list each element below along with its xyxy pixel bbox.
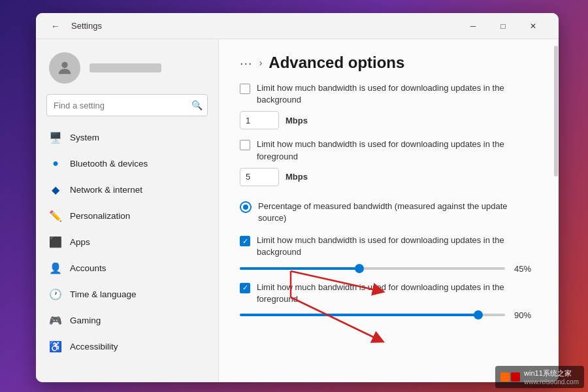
sidebar: 🔍 🖥️ System ● Bluetooth & devices ◆ Netw… [36, 39, 219, 382]
window-controls: ─ □ ✕ [458, 16, 548, 37]
divider-1 [240, 195, 538, 201]
mbps-label-foreground: Mbps [286, 172, 308, 182]
content-area: Limit how much bandwidth is used for dow… [219, 82, 559, 341]
slider-foreground-pct: 90% [514, 310, 538, 320]
radio-percentage-text: Percentage of measured bandwidth (measur… [258, 201, 538, 224]
search-box: 🔍 [46, 94, 208, 116]
scrollbar-thumb[interactable] [554, 46, 558, 176]
slider-background-thumb[interactable] [355, 264, 364, 273]
slider-foreground-section: ✓ Limit how much bandwidth is used for d… [240, 282, 538, 320]
sidebar-item-bluetooth-label: Bluetooth & devices [70, 159, 148, 169]
slider-foreground-track[interactable] [240, 314, 505, 316]
title-bar-left: ← Settings [46, 17, 458, 35]
close-button[interactable]: ✕ [518, 16, 548, 37]
sidebar-item-time-label: Time & language [70, 289, 137, 299]
mbps-row-foreground: Mbps [240, 168, 538, 186]
breadcrumb-arrow: › [259, 57, 263, 68]
search-input[interactable] [46, 94, 208, 116]
watermark-logo-sq1 [500, 372, 510, 382]
gaming-icon: 🎮 [49, 314, 62, 327]
checkbox-slider-background[interactable]: ✓ [240, 236, 250, 246]
settings-window: ← Settings ─ □ ✕ 🔍 [36, 13, 559, 382]
slider-foreground-fill [240, 314, 478, 316]
slider-foreground-thumb[interactable] [474, 310, 483, 319]
back-button[interactable]: ← [46, 17, 65, 35]
checkbox-slider-foreground[interactable]: ✓ [240, 283, 250, 293]
time-icon: 🕐 [49, 287, 62, 301]
checkbox-foreground[interactable] [240, 140, 250, 150]
bluetooth-icon: ● [49, 157, 62, 170]
search-icon[interactable]: 🔍 [191, 100, 203, 110]
accessibility-icon: ♿ [49, 340, 62, 353]
sidebar-item-system[interactable]: 🖥️ System [36, 124, 218, 150]
sidebar-item-accessibility-label: Accessibility [70, 342, 118, 351]
slider-foreground-row: 90% [240, 310, 538, 320]
slider-background-track[interactable] [240, 267, 505, 270]
mbps-input-foreground[interactable] [240, 168, 279, 186]
avatar [49, 52, 80, 84]
network-icon: ◆ [49, 183, 62, 196]
sidebar-item-accounts[interactable]: 👤 Accounts [36, 255, 218, 281]
user-profile [36, 39, 218, 94]
sidebar-item-system-label: System [70, 133, 99, 142]
system-icon: 🖥️ [49, 131, 62, 144]
personalization-icon: ✏️ [49, 209, 62, 222]
sidebar-item-bluetooth[interactable]: ● Bluetooth & devices [36, 150, 218, 176]
maximize-button[interactable]: □ [488, 16, 518, 37]
slider-background-section: ✓ Limit how much bandwidth is used for d… [240, 235, 538, 273]
sidebar-item-gaming[interactable]: 🎮 Gaming [36, 307, 218, 333]
apps-icon: ⬛ [49, 235, 62, 248]
main-header: ··· › Advanced options [219, 39, 559, 82]
slider-background-fill [240, 267, 359, 270]
sidebar-item-gaming-label: Gaming [70, 316, 101, 325]
option-foreground-row: Limit how much bandwidth is used for dow… [240, 139, 538, 162]
scrollbar[interactable] [553, 39, 559, 382]
watermark-logo [500, 372, 520, 382]
option-background-row: Limit how much bandwidth is used for dow… [240, 82, 538, 106]
watermark-url: www.relsound.com [524, 378, 579, 385]
option-foreground-text: Limit how much bandwidth is used for dow… [257, 139, 538, 162]
page-title: Advanced options [269, 54, 404, 72]
watermark-text-block: win11系统之家 www.relsound.com [524, 368, 579, 385]
slider-foreground-text: Limit how much bandwidth is used for dow… [257, 282, 538, 305]
sidebar-item-accounts-label: Accounts [70, 263, 106, 273]
user-name-bar [90, 63, 161, 73]
title-bar: ← Settings ─ □ ✕ [36, 13, 559, 39]
radio-percentage[interactable] [240, 201, 252, 213]
mbps-input-background[interactable] [240, 111, 279, 129]
watermark-site: win11系统之家 [524, 368, 579, 378]
slider-foreground-option-row: ✓ Limit how much bandwidth is used for d… [240, 282, 538, 305]
sidebar-item-apps-label: Apps [70, 237, 90, 247]
svg-point-0 [61, 62, 67, 68]
sidebar-item-personalization[interactable]: ✏️ Personalization [36, 203, 218, 229]
mbps-row-background: Mbps [240, 111, 538, 129]
checkbox-background[interactable] [240, 84, 250, 94]
window-body: 🔍 🖥️ System ● Bluetooth & devices ◆ Netw… [36, 39, 559, 382]
slider-background-option-row: ✓ Limit how much bandwidth is used for d… [240, 235, 538, 258]
sidebar-item-personalization-label: Personalization [70, 211, 130, 221]
slider-background-text: Limit how much bandwidth is used for dow… [257, 235, 538, 258]
sidebar-item-network-label: Network & internet [70, 185, 142, 195]
sidebar-item-apps[interactable]: ⬛ Apps [36, 229, 218, 255]
watermark: win11系统之家 www.relsound.com [495, 366, 584, 388]
sidebar-item-time[interactable]: 🕐 Time & language [36, 281, 218, 307]
sidebar-item-network[interactable]: ◆ Network & internet [36, 176, 218, 203]
radio-percentage-row: Percentage of measured bandwidth (measur… [240, 201, 538, 224]
watermark-logo-sq2 [511, 372, 520, 382]
breadcrumb-dots: ··· [240, 56, 253, 71]
minimize-button[interactable]: ─ [458, 16, 488, 37]
window-title: Settings [71, 21, 102, 31]
mbps-label-background: Mbps [286, 116, 308, 125]
slider-background-pct: 45% [514, 264, 538, 274]
main-content: ··· › Advanced options Limit how much ba… [219, 39, 559, 382]
option-background-text: Limit how much bandwidth is used for dow… [257, 82, 538, 106]
slider-background-row: 45% [240, 264, 538, 274]
accounts-icon: 👤 [49, 261, 62, 274]
sidebar-item-accessibility[interactable]: ♿ Accessibility [36, 333, 218, 359]
